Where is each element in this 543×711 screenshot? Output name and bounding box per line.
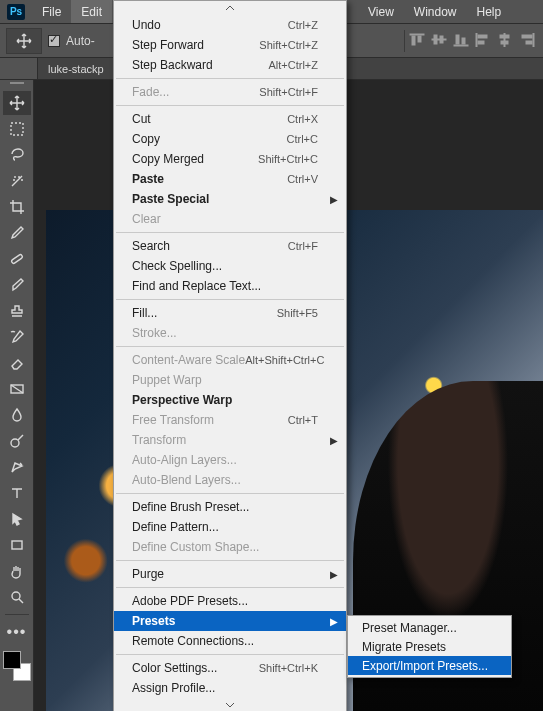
foreground-swatch[interactable]: [3, 651, 21, 669]
zoom-icon: [9, 589, 25, 605]
align-bottom-icon[interactable]: [451, 30, 471, 50]
pen-tool[interactable]: [3, 455, 31, 479]
healing-tool[interactable]: [3, 247, 31, 271]
menu-scroll-down[interactable]: [114, 698, 346, 711]
crop-tool[interactable]: [3, 195, 31, 219]
edit-cut[interactable]: CutCtrl+X: [114, 109, 346, 129]
align-left-icon[interactable]: [473, 30, 493, 50]
edit-undo[interactable]: UndoCtrl+Z: [114, 15, 346, 35]
edit-step-forward[interactable]: Step ForwardShift+Ctrl+Z: [114, 35, 346, 55]
edit-color-settings[interactable]: Color Settings...Shift+Ctrl+K: [114, 658, 346, 678]
eyedropper-tool[interactable]: [3, 221, 31, 245]
eraser-tool[interactable]: [3, 351, 31, 375]
svg-rect-22: [12, 541, 22, 549]
color-swatches[interactable]: [3, 651, 31, 681]
edit-search[interactable]: SearchCtrl+F: [114, 236, 346, 256]
app-logo: Ps: [0, 0, 32, 23]
edit-menu: UndoCtrl+Z Step ForwardShift+Ctrl+Z Step…: [113, 0, 347, 711]
menu-separator: [116, 587, 344, 588]
history-brush-tool[interactable]: [3, 325, 31, 349]
edit-assign-profile[interactable]: Assign Profile...: [114, 678, 346, 698]
edit-auto-align[interactable]: Auto-Align Layers...: [114, 450, 346, 470]
document-tab[interactable]: luke-stackp: [38, 58, 114, 79]
toolbox-grip[interactable]: [7, 82, 27, 88]
chevron-down-icon: [225, 702, 235, 708]
edit-paste[interactable]: PasteCtrl+V: [114, 169, 346, 189]
edit-transform[interactable]: Transform▶: [114, 430, 346, 450]
edit-auto-blend[interactable]: Auto-Blend Layers...: [114, 470, 346, 490]
edit-presets[interactable]: Presets▶: [114, 611, 346, 631]
svg-rect-14: [501, 41, 508, 44]
arrow-icon: [9, 511, 25, 527]
submenu-arrow-icon: ▶: [330, 435, 338, 446]
menu-separator: [116, 232, 344, 233]
path-select-tool[interactable]: [3, 507, 31, 531]
svg-rect-8: [462, 38, 465, 44]
edit-perspective-warp[interactable]: Perspective Warp: [114, 390, 346, 410]
align-hcenter-icon[interactable]: [495, 30, 515, 50]
edit-purge[interactable]: Purge▶: [114, 564, 346, 584]
edit-define-brush[interactable]: Define Brush Preset...: [114, 497, 346, 517]
menu-window[interactable]: Window: [404, 0, 467, 23]
edit-fade[interactable]: Fade...Shift+Ctrl+F: [114, 82, 346, 102]
svg-rect-10: [478, 35, 487, 38]
svg-rect-1: [412, 36, 415, 45]
menu-separator: [116, 346, 344, 347]
edit-fill[interactable]: Fill...Shift+F5: [114, 303, 346, 323]
menu-file[interactable]: File: [32, 0, 71, 23]
edit-free-transform[interactable]: Free TransformCtrl+T: [114, 410, 346, 430]
align-right-icon[interactable]: [517, 30, 537, 50]
menu-separator: [116, 105, 344, 106]
eyedropper-icon: [9, 225, 25, 241]
move-tool[interactable]: [3, 91, 31, 115]
edit-copy[interactable]: CopyCtrl+C: [114, 129, 346, 149]
hand-tool[interactable]: [3, 559, 31, 583]
blur-tool[interactable]: [3, 403, 31, 427]
edit-toolbar[interactable]: •••: [3, 620, 31, 644]
edit-define-shape[interactable]: Define Custom Shape...: [114, 537, 346, 557]
dodge-tool[interactable]: [3, 429, 31, 453]
svg-point-23: [12, 592, 20, 600]
stamp-tool[interactable]: [3, 299, 31, 323]
edit-find-replace[interactable]: Find and Replace Text...: [114, 276, 346, 296]
lasso-tool[interactable]: [3, 143, 31, 167]
svg-rect-2: [418, 36, 421, 42]
menu-edit[interactable]: Edit: [71, 0, 112, 23]
edit-puppet-warp[interactable]: Puppet Warp: [114, 370, 346, 390]
gradient-tool[interactable]: [3, 377, 31, 401]
menu-view[interactable]: View: [358, 0, 404, 23]
drop-icon: [9, 407, 25, 423]
edit-define-pattern[interactable]: Define Pattern...: [114, 517, 346, 537]
stamp-icon: [9, 303, 25, 319]
edit-content-aware-scale[interactable]: Content-Aware ScaleAlt+Shift+Ctrl+C: [114, 350, 346, 370]
edit-pdf-presets[interactable]: Adobe PDF Presets...: [114, 591, 346, 611]
type-tool[interactable]: [3, 481, 31, 505]
move-icon: [16, 33, 32, 49]
edit-copy-merged[interactable]: Copy MergedShift+Ctrl+C: [114, 149, 346, 169]
separator: [404, 30, 405, 52]
marquee-tool[interactable]: [3, 117, 31, 141]
edit-stroke[interactable]: Stroke...: [114, 323, 346, 343]
current-tool-chip[interactable]: [6, 28, 42, 54]
edit-check-spelling[interactable]: Check Spelling...: [114, 256, 346, 276]
align-vcenter-icon[interactable]: [429, 30, 449, 50]
menu-scroll-up[interactable]: [114, 1, 346, 15]
export-import-presets[interactable]: Export/Import Presets...: [348, 656, 511, 675]
edit-remote-connections[interactable]: Remote Connections...: [114, 631, 346, 651]
zoom-tool[interactable]: [3, 585, 31, 609]
align-top-icon[interactable]: [407, 30, 427, 50]
auto-select-checkbox[interactable]: [48, 35, 60, 47]
svg-point-21: [11, 439, 19, 447]
edit-clear[interactable]: Clear: [114, 209, 346, 229]
edit-paste-special[interactable]: Paste Special▶: [114, 189, 346, 209]
shape-tool[interactable]: [3, 533, 31, 557]
migrate-presets[interactable]: Migrate Presets: [348, 637, 511, 656]
chevron-up-icon: [225, 5, 235, 11]
menu-separator: [116, 299, 344, 300]
preset-manager[interactable]: Preset Manager...: [348, 618, 511, 637]
menu-help[interactable]: Help: [467, 0, 512, 23]
edit-step-backward[interactable]: Step BackwardAlt+Ctrl+Z: [114, 55, 346, 75]
brush-tool[interactable]: [3, 273, 31, 297]
quick-select-tool[interactable]: [3, 169, 31, 193]
brush-icon: [9, 277, 25, 293]
